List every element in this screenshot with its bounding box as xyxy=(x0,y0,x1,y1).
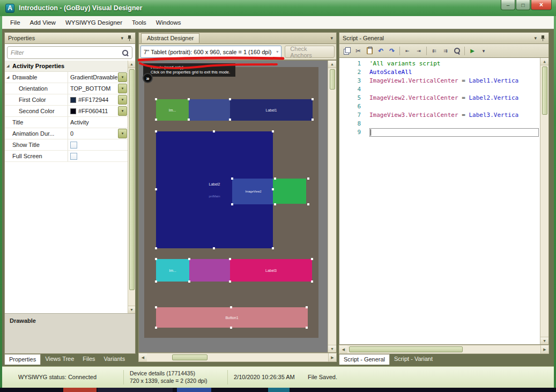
selection-handle[interactable] xyxy=(155,306,157,308)
view-imageview2[interactable]: ImageView2 xyxy=(232,179,275,204)
panel-menu-icon[interactable]: ▾ xyxy=(534,35,537,41)
designer-toolbar: 7'' Tablet (portrait): 600 x 960, scale … xyxy=(138,44,337,60)
scroll-left-icon[interactable]: ◀ xyxy=(139,353,147,361)
outdent-icon[interactable]: ⇤ xyxy=(402,46,413,56)
selection-handle[interactable] xyxy=(231,177,233,180)
tab-script-general[interactable]: Script - General xyxy=(339,354,390,365)
scroll-left-icon[interactable]: ◀ xyxy=(339,345,347,353)
dropdown-button[interactable]: ▾ xyxy=(118,129,127,138)
copy-icon[interactable] xyxy=(342,46,352,56)
view-purplebox[interactable] xyxy=(189,259,230,282)
paste-icon[interactable] xyxy=(364,46,375,56)
close-button[interactable]: × xyxy=(531,0,552,10)
canvas-vertical-scrollbar[interactable]: ▲ ▼ xyxy=(328,61,336,352)
run-icon[interactable]: ▶ xyxy=(467,46,478,56)
scrollbar-thumb[interactable] xyxy=(542,66,547,115)
property-group-activity[interactable]: ◢ Activity Properties xyxy=(5,61,128,72)
scroll-right-icon[interactable]: ▶ xyxy=(328,353,336,361)
scroll-down-icon[interactable]: ▼ xyxy=(328,345,336,352)
chevron-down-icon: ▾ xyxy=(122,75,124,79)
property-row-show-title[interactable]: Show Title xyxy=(5,139,128,151)
menu-windows[interactable]: Windows xyxy=(151,17,186,28)
redo-icon[interactable]: ↷ xyxy=(387,46,397,56)
maximize-button[interactable]: □ xyxy=(516,0,530,10)
variant-selector[interactable]: 7'' Tablet (portrait): 600 x 960, scale … xyxy=(140,46,281,58)
scroll-right-icon[interactable]: ▶ xyxy=(540,345,548,353)
pin-icon[interactable] xyxy=(127,35,132,41)
scrollbar-thumb[interactable] xyxy=(172,354,207,360)
scrollbar-thumb[interactable] xyxy=(330,69,335,90)
code-editor[interactable]: 1'All variants script 2AutoScaleAll 3Ima… xyxy=(339,58,549,345)
scroll-down-icon[interactable]: ▼ xyxy=(128,306,135,313)
dropdown-button[interactable]: ▾ xyxy=(118,72,127,82)
menu-wysiwyg-designer[interactable]: WYSIWYG Designer xyxy=(61,17,127,28)
abstract-designer-title[interactable]: Abstract Designer xyxy=(141,33,199,43)
scroll-up-icon[interactable]: ▲ xyxy=(540,58,548,65)
selection-handle[interactable] xyxy=(155,98,157,100)
search-icon[interactable] xyxy=(451,46,462,56)
dropdown-button[interactable]: ▾ xyxy=(118,95,127,105)
tab-variants[interactable]: Variants xyxy=(100,354,130,365)
panel-menu-icon[interactable]: ▾ xyxy=(330,35,333,41)
panel-menu-icon[interactable]: ▾ xyxy=(121,35,123,41)
expand-panel-icon[interactable]: » xyxy=(143,73,153,83)
tab-properties[interactable]: Properties xyxy=(4,354,41,365)
indent-icon[interactable]: ⇥ xyxy=(413,46,424,56)
tab-script-variant[interactable]: Script - Variant xyxy=(390,354,437,365)
property-grid[interactable]: ◢ Activity Properties ◢ Drawable Gradien… xyxy=(5,61,128,313)
toolbar-overflow-icon[interactable]: ▾ xyxy=(478,46,489,56)
check-anchors-button[interactable]: Check Anchors xyxy=(285,46,335,58)
menu-tools[interactable]: Tools xyxy=(127,17,151,28)
canvas-horizontal-scrollbar[interactable]: ◀ ▶ xyxy=(138,353,337,362)
property-row-animation-duration[interactable]: Animation Dur... 0 ▾ xyxy=(5,128,128,139)
properties-scrollbar[interactable]: ▲ ▼ xyxy=(128,61,135,313)
scroll-up-icon[interactable]: ▲ xyxy=(328,61,336,68)
menu-add-view[interactable]: Add View xyxy=(25,17,61,28)
dropdown-button[interactable]: ▾ xyxy=(118,106,127,116)
view-imageview3[interactable]: Im... xyxy=(156,259,189,282)
property-description-title: Drawable xyxy=(10,317,36,324)
taskbar-item[interactable] xyxy=(268,388,290,392)
minimize-button[interactable]: – xyxy=(501,0,515,10)
code-reference: Label1.Vertica xyxy=(469,77,518,84)
property-value: 0 xyxy=(70,130,73,137)
device-screen[interactable]: Im... Label1 Label2 pnlMain ImageView2 I… xyxy=(144,67,318,338)
menu-file[interactable]: File xyxy=(5,17,25,28)
view-imageview1[interactable]: Im... xyxy=(156,99,189,121)
taskbar-item[interactable] xyxy=(63,388,97,392)
property-row-second-color[interactable]: Second Color #FF060411 ▾ xyxy=(5,106,128,117)
shift-left-icon[interactable]: ⇇ xyxy=(429,46,440,56)
shift-right-icon[interactable]: ⇉ xyxy=(440,46,451,56)
show-title-checkbox[interactable] xyxy=(70,142,77,149)
property-row-first-color[interactable]: First Color #FF172944 ▾ xyxy=(5,94,128,106)
taskbar-item[interactable] xyxy=(98,388,173,392)
property-row-drawable[interactable]: ◢ Drawable GradientDrawable ▾ xyxy=(5,72,128,83)
filter-input[interactable] xyxy=(11,49,122,56)
editor-horizontal-scrollbar[interactable]: ◀ ▶ xyxy=(339,345,549,354)
taskbar-item[interactable] xyxy=(177,388,211,392)
property-row-full-screen[interactable]: Full Screen xyxy=(5,151,128,162)
scroll-up-icon[interactable]: ▲ xyxy=(128,61,135,68)
selection-handle[interactable] xyxy=(155,258,157,260)
view-label3[interactable]: Label3 xyxy=(230,259,312,282)
pin-icon[interactable] xyxy=(540,35,545,41)
view-bluepanel1[interactable] xyxy=(189,99,230,121)
selection-handle[interactable] xyxy=(155,130,157,132)
view-button1[interactable]: Button1 xyxy=(156,307,308,328)
scrollbar-thumb[interactable] xyxy=(349,346,463,352)
view-label1[interactable]: Label1 xyxy=(230,99,313,121)
tab-views-tree[interactable]: Views Tree xyxy=(41,354,78,365)
tab-files[interactable]: Files xyxy=(78,354,99,365)
scrollbar-thumb[interactable] xyxy=(129,69,135,290)
full-screen-checkbox[interactable] xyxy=(70,153,77,160)
editor-vertical-scrollbar[interactable]: ▲ ▼ xyxy=(540,58,548,344)
property-row-orientation[interactable]: Orientation TOP_BOTTOM ▾ xyxy=(5,83,128,94)
view-greenbox[interactable] xyxy=(273,179,306,204)
undo-icon[interactable]: ↶ xyxy=(375,46,386,56)
dropdown-button[interactable]: ▾ xyxy=(118,84,127,93)
designer-canvas[interactable]: Im... Label1 Label2 pnlMain ImageView2 I… xyxy=(138,60,337,353)
cut-icon[interactable]: ✂ xyxy=(353,46,364,56)
property-row-title[interactable]: Title Activity xyxy=(5,117,128,128)
titlebar[interactable]: A Introduction - (GoBuy) Visual Designer… xyxy=(0,0,556,16)
scroll-down-icon[interactable]: ▼ xyxy=(540,337,548,344)
